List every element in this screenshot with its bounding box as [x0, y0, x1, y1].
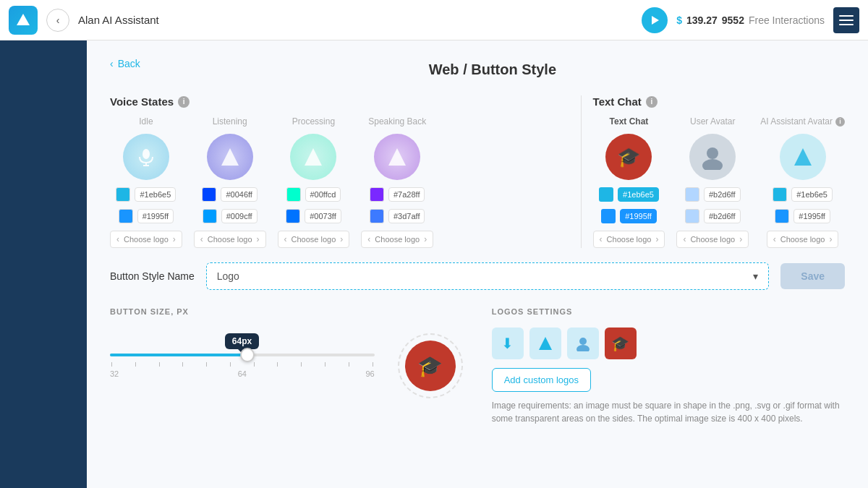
speaking-logo-label: Choose logo — [375, 235, 420, 244]
button-size-title: BUTTON SIZE, PX — [110, 307, 463, 316]
speaking-hex2[interactable]: #3d7aff — [388, 209, 425, 223]
user-avatar-logo-next[interactable]: › — [738, 234, 744, 244]
text-chat-logo-next[interactable]: › — [654, 234, 660, 244]
listening-logo-label: Choose logo — [208, 235, 252, 244]
style-name-select[interactable]: Logo ▾ — [206, 262, 770, 290]
user-avatar-logo-prev[interactable]: ‹ — [681, 234, 687, 244]
idle-logo-chooser[interactable]: ‹ Choose logo › — [110, 231, 182, 248]
idle-logo-prev[interactable]: ‹ — [115, 234, 121, 244]
free-label: Free Interactions — [749, 14, 825, 26]
ai-avatar-info[interactable]: i — [835, 117, 845, 127]
listening-logo-chooser[interactable]: ‹ Choose logo › — [194, 231, 266, 248]
ai-avatar-logo-chooser[interactable]: ‹ Choose logo › — [767, 231, 839, 248]
svg-point-16 — [576, 345, 590, 351]
listening-hex2[interactable]: #009cff — [221, 209, 258, 223]
listening-logo-prev[interactable]: ‹ — [199, 234, 205, 244]
idle-swatch2 — [119, 209, 133, 223]
text-chat-hex1[interactable]: #1eb6e5 — [618, 187, 659, 202]
text-chat-color1-row: #1eb6e5 — [599, 187, 659, 202]
listening-hex1[interactable]: #0046ff — [221, 187, 258, 202]
slider-max: 96 — [365, 369, 374, 378]
slider-track — [110, 354, 375, 356]
processing-hex1[interactable]: #00ffcd — [305, 187, 341, 202]
voice-states-info[interactable]: i — [178, 96, 190, 108]
svg-point-5 — [142, 149, 150, 159]
idle-hex1[interactable]: #1eb6e5 — [135, 187, 176, 202]
page-title: Web / Button Style — [429, 61, 556, 78]
navbar: ‹ Alan AI Assistant $ 139.27 9552 Free I… — [0, 0, 868, 40]
processing-logo-label: Choose logo — [292, 235, 336, 244]
speaking-logo-prev[interactable]: ‹ — [366, 234, 372, 244]
text-chat-swatch2 — [601, 209, 616, 223]
slider-fill — [110, 354, 247, 356]
menu-button[interactable] — [833, 7, 859, 33]
user-avatar-logo-chooser[interactable]: ‹ Choose logo › — [676, 231, 749, 248]
text-chat-info[interactable]: i — [646, 96, 658, 108]
voice-states-section: Voice States i Idle #1eb6e5 — [110, 95, 569, 248]
speaking-color2-row: #3d7aff — [370, 209, 425, 223]
main-content: ‹ Back Web / Button Style Voice States i… — [87, 40, 868, 488]
save-button[interactable]: Save — [780, 263, 845, 289]
ai-avatar-col: AI Assistant Avatar i #1eb6e5 #1995 — [760, 116, 845, 248]
processing-hex2[interactable]: #0073ff — [305, 209, 341, 223]
add-custom-button[interactable]: Add custom logos — [492, 368, 591, 392]
speaking-logo-next[interactable]: › — [422, 234, 428, 244]
user-avatar-col: User Avatar #b2d6ff #b2d6ff — [676, 116, 749, 248]
user-avatar-hex1[interactable]: #b2d6ff — [704, 187, 741, 202]
text-chat-logo-prev[interactable]: ‹ — [598, 234, 604, 244]
logo-red[interactable]: 🎓 — [605, 328, 637, 359]
svg-marker-1 — [652, 16, 659, 25]
listening-swatch1 — [202, 187, 216, 202]
slider-thumb[interactable] — [240, 348, 255, 362]
dollar-sign: $ — [676, 14, 682, 26]
processing-logo-prev[interactable]: ‹ — [283, 234, 289, 244]
preview-circle-outer: 🎓 — [398, 333, 463, 398]
state-listening: Listening #0046ff #009cff — [194, 116, 266, 248]
ai-avatar-hex2[interactable]: #1995ff — [793, 209, 830, 223]
text-chat-hex2[interactable]: #1995ff — [620, 209, 657, 223]
speaking-logo-chooser[interactable]: ‹ Choose logo › — [361, 231, 433, 248]
section-divider — [581, 95, 582, 248]
user-avatar-logo-label: Choose logo — [690, 235, 735, 244]
slider-container: 64px — [110, 354, 375, 356]
credits-display: $ 139.27 9552 Free Interactions — [676, 14, 825, 26]
text-chat-icon: 🎓 — [605, 134, 652, 180]
back-label: Back — [118, 58, 140, 69]
slider-min: 32 — [110, 369, 119, 378]
speaking-swatch1 — [370, 187, 384, 202]
text-chat-logo-chooser[interactable]: ‹ Choose logo › — [593, 231, 665, 248]
logo-user[interactable] — [567, 328, 599, 359]
user-avatar-hex2[interactable]: #b2d6ff — [704, 209, 741, 223]
logo-alan[interactable] — [529, 328, 561, 359]
ai-avatar-hex1[interactable]: #1eb6e5 — [791, 187, 833, 202]
logo-download[interactable]: ⬇ — [492, 328, 524, 359]
text-chat-col: Text Chat 🎓 #1eb6e5 #1995ff — [593, 116, 665, 248]
svg-marker-13 — [794, 148, 812, 166]
listening-logo-next[interactable]: › — [255, 234, 261, 244]
logos-section: LOGOS SETTINGS ⬇ 🎓 Add custom logos Imag… — [492, 307, 845, 425]
processing-logo-next[interactable]: › — [339, 234, 344, 244]
ai-avatar-logo-prev[interactable]: ‹ — [772, 234, 778, 244]
text-chat-header: Text Chat i — [593, 95, 845, 108]
page-back-button[interactable]: ‹ Back — [110, 58, 140, 69]
user-avatar-swatch2 — [685, 209, 699, 223]
ai-avatar-logo-next[interactable]: › — [827, 234, 833, 244]
svg-rect-2 — [839, 15, 854, 17]
layout: ‹ Back Web / Button Style Voice States i… — [0, 40, 868, 488]
speaking-hex1[interactable]: #7a28ff — [388, 187, 425, 202]
navbar-back-button[interactable]: ‹ — [46, 9, 69, 32]
svg-point-15 — [579, 338, 587, 345]
back-chevron: ‹ — [110, 58, 114, 69]
tick-marks — [110, 362, 375, 367]
processing-swatch2 — [286, 209, 300, 223]
processing-label: Processing — [292, 116, 335, 127]
idle-logo-next[interactable]: › — [171, 234, 177, 244]
voice-states-title: Voice States — [110, 95, 174, 108]
idle-label: Idle — [139, 116, 153, 127]
processing-logo-chooser[interactable]: ‹ Choose logo › — [278, 231, 350, 248]
idle-hex2[interactable]: #1995ff — [137, 209, 174, 223]
app-logo — [9, 6, 38, 35]
style-name-value: Logo — [217, 270, 239, 282]
play-button[interactable] — [642, 7, 668, 33]
speaking-color1-row: #7a28ff — [370, 187, 425, 202]
